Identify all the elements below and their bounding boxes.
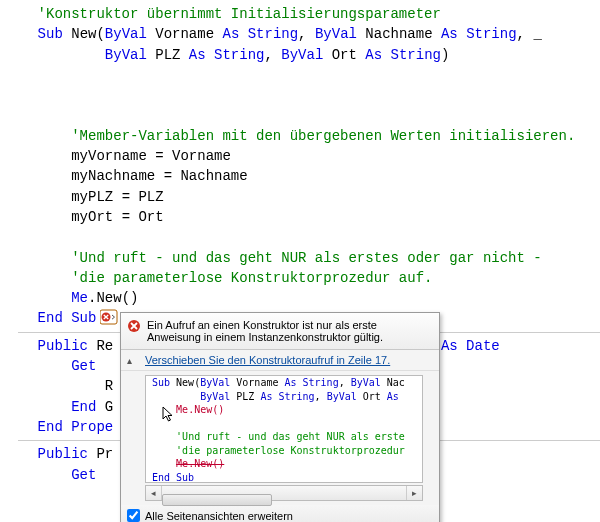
preview-scrollbar[interactable]: ◂ ▸ [145, 485, 423, 501]
fix-preview: Sub New(ByVal Vorname As String, ByVal N… [145, 375, 423, 483]
fix-link[interactable]: Verschieben Sie den Konstruktoraufruf in… [145, 354, 433, 366]
error-correction-popup: Ein Aufruf an einen Konstruktor ist nur … [120, 312, 440, 522]
error-icon [127, 319, 141, 333]
code-line: ByVal PLZ As String, ByVal Ort As String… [4, 45, 600, 65]
chevron-up-icon: ▴ [127, 354, 139, 366]
popup-header: Ein Aufruf an einen Konstruktor ist nur … [121, 313, 439, 350]
code-line: myOrt = Ort [4, 207, 600, 227]
error-smart-tag[interactable] [100, 309, 118, 325]
code-line: myPLZ = PLZ [4, 187, 600, 207]
scroll-right-icon[interactable]: ▸ [406, 486, 422, 500]
code-line: Me.New() [4, 288, 600, 308]
expand-previews-option[interactable]: Alle Seitenansichten erweitern [127, 509, 433, 522]
popup-footer: Alle Seitenansichten erweitern [121, 505, 439, 522]
removed-line: Me.New() [176, 458, 224, 469]
error-message: Ein Aufruf an einen Konstruktor ist nur … [147, 319, 383, 343]
code-line: myVorname = Vorname [4, 146, 600, 166]
scroll-thumb[interactable] [162, 494, 272, 506]
code-line: 'Member-Variablen mit den übergebenen We… [4, 126, 600, 146]
code-line: 'die parameterlose Konstruktorprozedur a… [4, 268, 600, 288]
code-line: myNachname = Nachname [4, 166, 600, 186]
inserted-line: Me.New() [176, 404, 224, 415]
code-line: 'Und ruft - und das geht NUR als erstes … [4, 248, 600, 268]
code-line: 'Konstruktor übernimmt Initialisierungsp… [4, 4, 600, 24]
expand-previews-checkbox[interactable] [127, 509, 140, 522]
comment: 'Konstruktor übernimmt Initialisierungsp… [38, 6, 441, 22]
scroll-left-icon[interactable]: ◂ [146, 486, 162, 500]
fix-row[interactable]: ▴ Verschieben Sie den Konstruktoraufruf … [121, 350, 439, 371]
expand-previews-label: Alle Seitenansichten erweitern [145, 510, 293, 522]
code-line: Sub New(ByVal Vorname As String, ByVal N… [4, 24, 600, 44]
